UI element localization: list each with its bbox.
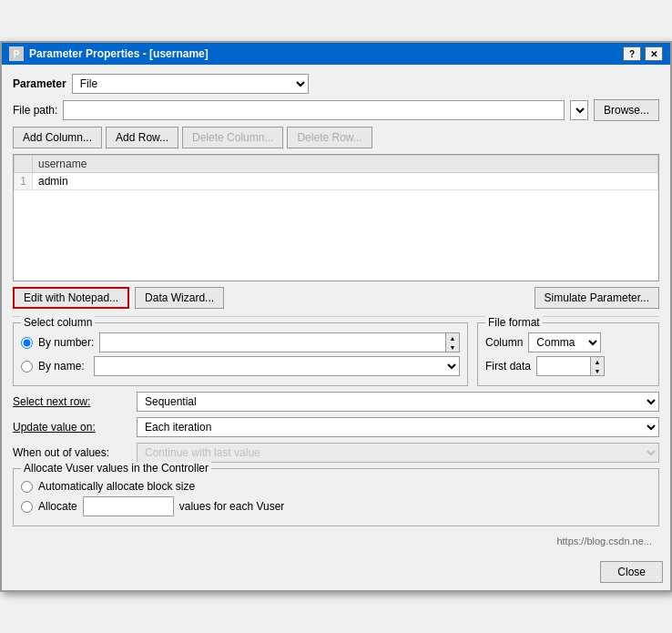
- column-format-row: Column Comma Tab Space: [485, 332, 651, 352]
- title-icon: P: [9, 46, 24, 61]
- action-row: Edit with Notepad... Data Wizard... Simu…: [13, 287, 659, 309]
- first-data-down[interactable]: ▼: [591, 366, 604, 375]
- by-number-input[interactable]: 1: [99, 332, 446, 352]
- when-out-select[interactable]: Continue with last value Abort Vuser Cyc…: [137, 443, 659, 463]
- first-data-row: First data 1 ▲ ▼: [485, 356, 651, 376]
- title-bar: P Parameter Properties - [username] ? ✕: [2, 43, 670, 65]
- when-out-label: When out of values:: [13, 446, 131, 459]
- two-col-section: Select column By number: 1 ▲ ▼: [13, 322, 659, 392]
- by-number-label: By number:: [38, 336, 94, 349]
- parameter-select[interactable]: File: [72, 74, 309, 94]
- by-number-radio[interactable]: [21, 337, 33, 349]
- filepath-dropdown[interactable]: [570, 100, 588, 120]
- dialog-window: P Parameter Properties - [username] ? ✕ …: [0, 41, 672, 592]
- select-next-row-select[interactable]: Sequential Random Unique: [137, 392, 659, 412]
- dialog-body: Parameter File File path: username.dat B…: [2, 65, 670, 557]
- allocate-row: Allocate values for each Vuser: [21, 496, 651, 516]
- select-column-section: Select column By number: 1 ▲ ▼: [13, 322, 468, 392]
- column-format-select[interactable]: Comma Tab Space: [528, 332, 601, 352]
- parameter-label: Parameter: [13, 77, 66, 90]
- auto-allocate-label: Automatically allocate block size: [38, 480, 195, 493]
- by-number-up[interactable]: ▲: [446, 333, 459, 342]
- allocate-group: Allocate Vuser values in the Controller …: [13, 468, 659, 526]
- allocate-radio[interactable]: [21, 501, 33, 513]
- toolbar-row: Add Column... Add Row... Delete Column..…: [13, 127, 659, 148]
- file-format-title: File format: [485, 316, 543, 329]
- by-name-row: By name:: [21, 356, 460, 376]
- parameter-row: Parameter File: [13, 74, 659, 94]
- watermark: https://blog.csdn.ne...: [13, 534, 659, 548]
- table-row: 1 admin: [15, 173, 658, 190]
- help-button[interactable]: ?: [623, 46, 641, 61]
- by-name-radio[interactable]: [21, 361, 33, 373]
- allocate-input[interactable]: [83, 496, 174, 516]
- filepath-input[interactable]: username.dat: [63, 100, 565, 120]
- filepath-label: File path:: [13, 104, 57, 117]
- browse-button[interactable]: Browse...: [594, 99, 659, 121]
- delete-row-button[interactable]: Delete Row...: [287, 127, 372, 148]
- allocate-label: Allocate: [38, 500, 77, 513]
- by-number-spinner: ▲ ▼: [446, 332, 460, 352]
- add-column-button[interactable]: Add Column...: [13, 127, 102, 148]
- bottom-bar: Close: [2, 557, 670, 590]
- filepath-row: File path: username.dat Browse...: [13, 99, 659, 121]
- divider-1: [13, 316, 659, 317]
- add-row-button[interactable]: Add Row...: [106, 127, 178, 148]
- update-value-row: Update value on: Each iteration Each occ…: [13, 417, 659, 437]
- edit-notepad-button[interactable]: Edit with Notepad...: [13, 287, 129, 309]
- update-value-select[interactable]: Each iteration Each occurrence Once: [137, 417, 659, 437]
- data-wizard-button[interactable]: Data Wizard...: [135, 287, 224, 309]
- first-data-label: First data: [485, 360, 531, 373]
- column-username-header: username: [33, 156, 658, 173]
- grid-table: username 1 admin: [14, 155, 658, 190]
- select-column-title: Select column: [21, 316, 95, 329]
- when-out-row: When out of values: Continue with last v…: [13, 443, 659, 463]
- first-data-input[interactable]: 1: [536, 356, 591, 376]
- data-grid: username 1 admin: [13, 154, 659, 281]
- cell-username[interactable]: admin: [33, 173, 658, 190]
- select-column-group: Select column By number: 1 ▲ ▼: [13, 322, 468, 386]
- auto-allocate-radio[interactable]: [21, 481, 33, 493]
- by-number-down[interactable]: ▼: [446, 342, 459, 352]
- file-format-section: File format Column Comma Tab Space: [477, 322, 659, 392]
- first-data-spinner: ▲ ▼: [591, 356, 605, 376]
- dialog-title: Parameter Properties - [username]: [29, 47, 209, 60]
- auto-allocate-row: Automatically allocate block size: [21, 480, 651, 493]
- file-format-group: File format Column Comma Tab Space: [477, 322, 659, 386]
- column-format-label: Column: [485, 336, 523, 349]
- by-name-label: By name:: [38, 360, 85, 373]
- allocate-inner: Automatically allocate block size Alloca…: [21, 480, 651, 516]
- row-number: 1: [15, 173, 33, 190]
- allocate-group-title: Allocate Vuser values in the Controller: [21, 462, 211, 475]
- close-x-button[interactable]: ✕: [645, 46, 663, 61]
- close-button[interactable]: Close: [600, 561, 663, 583]
- update-value-label: Update value on:: [13, 421, 131, 434]
- simulate-parameter-button[interactable]: Simulate Parameter...: [535, 287, 659, 309]
- allocate-values-label: values for each Vuser: [179, 500, 285, 513]
- row-num-header: [15, 156, 33, 173]
- select-next-row-label: Select next row:: [13, 395, 131, 408]
- by-name-select[interactable]: [94, 356, 460, 376]
- select-next-row-row: Select next row: Sequential Random Uniqu…: [13, 392, 659, 412]
- delete-column-button[interactable]: Delete Column...: [182, 127, 283, 148]
- by-number-row: By number: 1 ▲ ▼: [21, 332, 460, 352]
- first-data-up[interactable]: ▲: [591, 357, 604, 366]
